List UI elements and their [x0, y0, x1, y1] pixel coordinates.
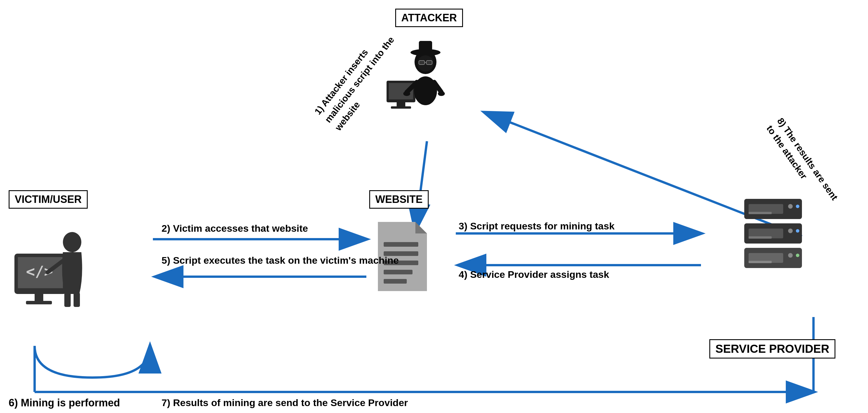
service-provider-label: SERVICE PROVIDER — [709, 339, 835, 358]
svg-rect-31 — [26, 301, 52, 304]
step6-label: 6) Mining is performed — [9, 396, 120, 410]
step8-text: 8) The results are sent to the attacker — [765, 116, 840, 202]
step3-label: 3) Script requests for mining task — [459, 219, 614, 232]
svg-rect-20 — [426, 61, 432, 65]
svg-rect-55 — [749, 261, 772, 263]
svg-rect-36 — [384, 242, 418, 247]
svg-point-53 — [788, 253, 793, 257]
svg-rect-17 — [419, 41, 432, 53]
step2-label: 2) Victim accesses that website — [161, 222, 308, 235]
svg-rect-19 — [419, 61, 425, 65]
website-label: WEBSITE — [369, 190, 429, 209]
step5-label: 5) Script executes the task on the victi… — [161, 253, 399, 268]
svg-rect-33 — [64, 292, 71, 307]
svg-rect-14 — [391, 106, 411, 109]
step3-text: 3) Script requests for mining task — [459, 220, 614, 232]
svg-point-25 — [403, 91, 410, 96]
svg-rect-30 — [35, 294, 43, 301]
svg-point-26 — [438, 91, 445, 96]
server-icon — [741, 196, 805, 277]
svg-point-54 — [796, 253, 799, 257]
svg-rect-34 — [73, 292, 80, 307]
svg-rect-40 — [384, 279, 407, 284]
svg-rect-45 — [749, 212, 772, 214]
svg-point-49 — [796, 229, 799, 233]
svg-point-44 — [796, 205, 799, 208]
step4-text: 4) Service Provider assigns task — [459, 269, 609, 280]
victim-label: VICTIM/USER — [9, 190, 88, 209]
svg-point-32 — [63, 232, 81, 252]
svg-line-2 — [415, 141, 427, 231]
victim-icon: </> — [9, 219, 84, 311]
step6-text: 6) Mining is performed — [9, 397, 120, 409]
step7-label: 7) Results of mining are send to the Ser… — [161, 396, 408, 409]
step4-label: 4) Service Provider assigns task — [459, 268, 609, 281]
svg-rect-50 — [749, 236, 772, 239]
svg-rect-13 — [397, 102, 405, 106]
diagram-container: ATTACKER — [0, 0, 868, 413]
server-actor — [741, 196, 805, 278]
step7-text: 7) Results of mining are send to the Ser… — [161, 397, 408, 408]
step2-text: 2) Victim accesses that website — [161, 223, 308, 234]
step5-text: 5) Script executes the task on the victi… — [161, 255, 399, 266]
victim-actor: </> — [9, 219, 84, 312]
svg-rect-39 — [384, 270, 412, 274]
attacker-label: ATTACKER — [395, 9, 463, 27]
svg-point-48 — [788, 229, 793, 233]
svg-point-43 — [788, 204, 793, 209]
